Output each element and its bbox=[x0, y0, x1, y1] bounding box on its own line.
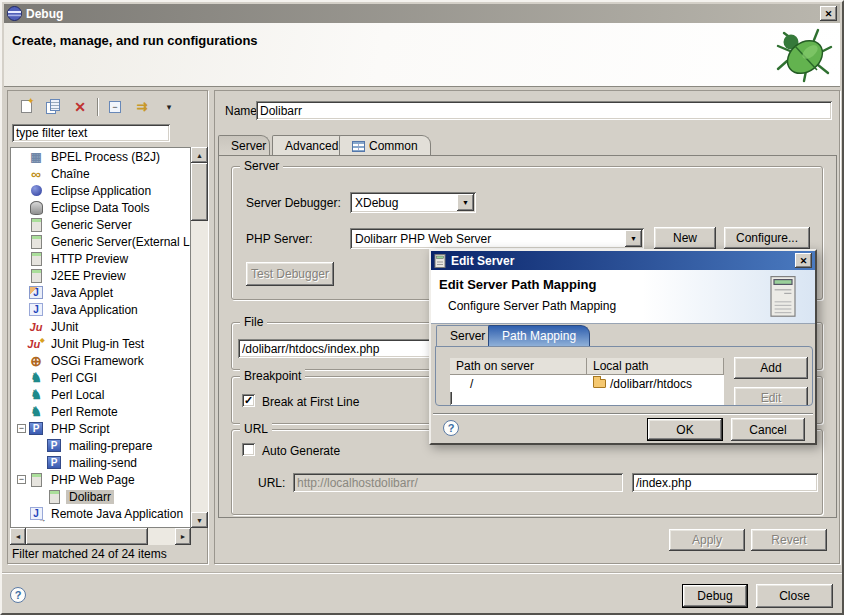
java-applet-icon bbox=[28, 286, 44, 300]
delete-configuration-button[interactable]: ✕ bbox=[70, 97, 90, 117]
php-script-icon bbox=[46, 456, 62, 470]
tree-item[interactable]: Generic Server bbox=[11, 216, 190, 233]
tree-item[interactable]: Java Application bbox=[11, 301, 190, 318]
tree-item[interactable]: Java Applet bbox=[11, 284, 190, 301]
help-icon[interactable]: ? bbox=[443, 420, 459, 436]
close-button[interactable]: Close bbox=[756, 584, 833, 608]
break-at-first-line-label: Break at First Line bbox=[262, 395, 359, 409]
tree-item[interactable]: Dolibarr bbox=[11, 488, 190, 505]
url-path-input[interactable] bbox=[632, 473, 818, 492]
junit-icon bbox=[28, 320, 44, 334]
debug-button[interactable]: Debug bbox=[682, 584, 748, 608]
url-label: URL: bbox=[258, 476, 285, 490]
break-at-first-line-checkbox[interactable]: ✓ bbox=[242, 394, 255, 407]
tree-item[interactable]: Generic Server(External La bbox=[11, 233, 190, 250]
osgi-framework-icon bbox=[28, 354, 44, 368]
tree-item[interactable]: Eclipse Data Tools bbox=[11, 199, 190, 216]
dialog-tab-path-mapping[interactable]: Path Mapping bbox=[488, 325, 590, 346]
tree-item[interactable]: JUnit Plug-in Test bbox=[11, 335, 190, 352]
close-icon[interactable]: ✕ bbox=[820, 6, 837, 21]
auto-generate-label: Auto Generate bbox=[262, 444, 340, 458]
configure-button[interactable]: Configure... bbox=[724, 227, 810, 249]
auto-generate-checkbox[interactable]: ✓ bbox=[242, 443, 255, 456]
new-configuration-button[interactable]: ✦ bbox=[16, 97, 36, 117]
scroll-right-icon[interactable]: ► bbox=[175, 528, 191, 545]
page-title: Create, manage, and run configurations bbox=[12, 33, 258, 48]
help-icon[interactable]: ? bbox=[10, 587, 26, 603]
dialog-titlebar: Edit Server ✕ bbox=[431, 251, 815, 270]
tree-item[interactable]: mailing-send bbox=[11, 454, 190, 471]
server-debugger-select[interactable]: XDebug ▼ bbox=[350, 192, 476, 213]
server-icon bbox=[434, 254, 446, 268]
tree-item[interactable]: Remote Java Application bbox=[11, 505, 190, 522]
tree-item[interactable]: J2EE Preview bbox=[11, 267, 190, 284]
chain-icon bbox=[28, 167, 44, 181]
toolbar-overflow-button[interactable]: ▾ bbox=[159, 97, 179, 117]
tree-item[interactable]: − PHP Web Page bbox=[11, 471, 190, 488]
tree-item[interactable]: Perl Local bbox=[11, 386, 190, 403]
delete-icon: ✕ bbox=[74, 99, 86, 115]
cancel-button[interactable]: Cancel bbox=[731, 418, 805, 441]
configurations-sidebar: ✦ ✕ − ⇉ ▾ BPEL bbox=[7, 90, 208, 564]
table-row[interactable]: / /dolibarr/htdocs bbox=[450, 375, 724, 392]
php-script-icon bbox=[46, 439, 62, 453]
tree-item[interactable]: BPEL Process (B2J) bbox=[11, 148, 190, 165]
server-icon bbox=[28, 473, 44, 487]
tree-item[interactable]: JUnit bbox=[11, 318, 190, 335]
dialog-separator bbox=[433, 413, 813, 415]
tree-horizontal-scrollbar[interactable]: ◄ ► bbox=[10, 528, 191, 545]
dialog-title: Edit Server bbox=[451, 254, 795, 268]
server-debugger-label: Server Debugger: bbox=[246, 196, 341, 210]
test-debugger-button[interactable]: Test Debugger bbox=[246, 262, 334, 286]
bug-icon bbox=[774, 27, 834, 83]
server-icon bbox=[28, 218, 44, 232]
new-server-button[interactable]: New bbox=[654, 227, 716, 249]
base-url-input[interactable] bbox=[293, 473, 623, 492]
filter-status: Filter matched 24 of 24 items bbox=[12, 547, 167, 561]
server-icon bbox=[46, 490, 62, 504]
add-mapping-button[interactable]: Add bbox=[734, 357, 808, 379]
tab-common[interactable]: Common bbox=[339, 135, 431, 156]
new-config-icon: ✦ bbox=[21, 100, 32, 113]
tree-item[interactable]: mailing-prepare bbox=[11, 437, 190, 454]
sidebar-toolbar: ✦ ✕ − ⇉ ▾ bbox=[10, 93, 205, 120]
tab-server[interactable]: Server bbox=[218, 135, 270, 156]
apply-button[interactable]: Apply bbox=[669, 529, 745, 551]
perl-icon bbox=[28, 405, 44, 419]
filter-button[interactable]: ⇉ bbox=[132, 97, 152, 117]
php-script-icon bbox=[28, 422, 44, 436]
tree-item[interactable]: Eclipse Application bbox=[11, 182, 190, 199]
filter-input[interactable] bbox=[12, 124, 170, 142]
name-input[interactable] bbox=[256, 101, 832, 120]
duplicate-configuration-button[interactable] bbox=[43, 97, 63, 117]
tree-item[interactable]: Perl CGI bbox=[11, 369, 190, 386]
window-title: Debug bbox=[26, 7, 820, 21]
dialog-subheading: Configure Server Path Mapping bbox=[448, 299, 616, 313]
edit-mapping-button[interactable]: Edit bbox=[734, 387, 808, 406]
tree-item[interactable]: HTTP Preview bbox=[11, 250, 190, 267]
tree-item[interactable]: Perl Remote bbox=[11, 403, 190, 420]
chevron-down-icon[interactable]: ▼ bbox=[625, 230, 642, 247]
scrollbar-thumb[interactable] bbox=[26, 528, 148, 545]
tree-item[interactable]: OSGi Framework bbox=[11, 352, 190, 369]
tree-item[interactable]: − PHP Script bbox=[11, 420, 190, 437]
bpel-process-icon bbox=[28, 150, 44, 164]
column-header-local-path[interactable]: Local path bbox=[587, 358, 724, 375]
close-icon[interactable]: ✕ bbox=[795, 253, 812, 268]
tree-expander[interactable]: − bbox=[17, 424, 26, 433]
scroll-left-icon[interactable]: ◄ bbox=[10, 528, 26, 545]
column-header-path-on-server[interactable]: Path on server bbox=[450, 358, 587, 375]
configurations-tree: BPEL Process (B2J) Chaîne Eclipse Applic… bbox=[10, 147, 191, 528]
tree-vertical-scrollbar[interactable]: ▲ ▼ bbox=[191, 147, 208, 528]
tree-expander[interactable]: − bbox=[17, 475, 26, 484]
ok-button[interactable]: OK bbox=[647, 418, 723, 441]
scroll-up-icon[interactable]: ▲ bbox=[191, 147, 208, 163]
tree-item[interactable]: Chaîne bbox=[11, 165, 190, 182]
scroll-down-icon[interactable]: ▼ bbox=[191, 512, 208, 528]
scrollbar-thumb[interactable] bbox=[191, 163, 208, 221]
chevron-down-icon[interactable]: ▼ bbox=[457, 194, 474, 211]
edit-server-dialog: Edit Server ✕ Edit Server Path Mapping C… bbox=[429, 249, 817, 445]
revert-button[interactable]: Revert bbox=[751, 529, 827, 551]
php-server-select[interactable]: Dolibarr PHP Web Server ▼ bbox=[350, 228, 644, 249]
collapse-all-button[interactable]: − bbox=[105, 97, 125, 117]
